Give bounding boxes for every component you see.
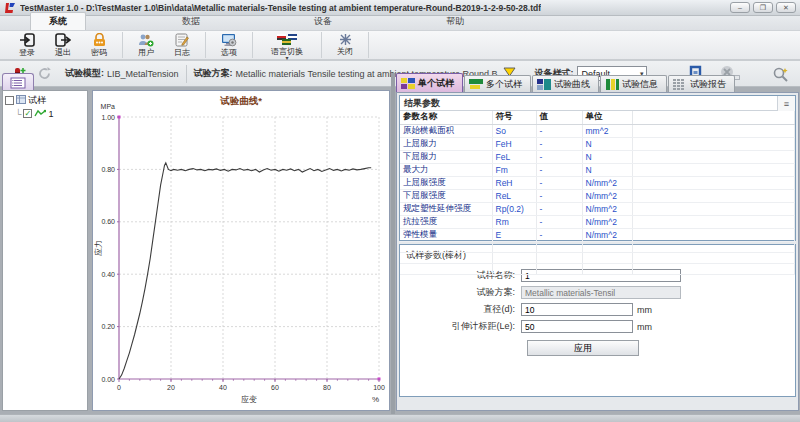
test-curve-tab-icon xyxy=(537,79,551,90)
multi-specimen-tab-icon xyxy=(469,79,483,90)
cell-symbol: Rm xyxy=(492,215,536,228)
tab-test-info[interactable]: 试验信息 xyxy=(600,75,667,92)
language-switch-button[interactable]: 语言切换 ▾ xyxy=(258,32,316,58)
status-bar xyxy=(0,414,800,422)
curve-item-icon xyxy=(34,109,46,119)
table-row-empty[interactable] xyxy=(400,263,795,274)
table-row[interactable]: 原始横截面积So-mm^2 xyxy=(400,124,795,137)
login-button[interactable]: 登录 xyxy=(9,32,45,58)
gauge-length-input[interactable] xyxy=(521,320,633,333)
tree-root-specimen[interactable]: 试样 xyxy=(5,94,85,107)
close-app-icon xyxy=(339,33,352,46)
table-row[interactable]: 最大力Fm-N xyxy=(400,163,795,176)
tab-test-curve[interactable]: 试验曲线 xyxy=(532,75,599,92)
app-window: TestMaster 1.0 - D:\TestMaster 1.0\Bin\d… xyxy=(0,0,800,422)
cell-unit: mm^2 xyxy=(582,124,632,137)
table-row[interactable]: 下屈服强度ReL-N/mm^2 xyxy=(400,189,795,202)
table-row[interactable]: 规定塑性延伸强度Rp(0.2)-N/mm^2 xyxy=(400,202,795,215)
gauge-length-label: 引伸计标距(Le): xyxy=(406,320,521,333)
menu-tab-system[interactable]: 系统 xyxy=(30,12,86,30)
col-symbol: 符号 xyxy=(492,111,536,124)
svg-text:试验曲线*: 试验曲线* xyxy=(219,95,262,106)
table-row-empty[interactable] xyxy=(400,252,795,263)
cell-symbol: Fm xyxy=(492,163,536,176)
table-row[interactable]: 抗拉强度Rm-N/mm^2 xyxy=(400,215,795,228)
diameter-label: 直径(d): xyxy=(406,303,521,316)
cell-symbol: E xyxy=(492,228,536,241)
test-curve-chart-panel: 0.000.200.400.600.801.00020406080100试验曲线… xyxy=(92,90,390,411)
svg-text:0.40: 0.40 xyxy=(101,271,115,278)
cell-unit: N xyxy=(582,163,632,176)
panel-splitter[interactable] xyxy=(391,73,395,414)
svg-text:20: 20 xyxy=(167,384,175,391)
table-row[interactable]: 下屈服力FeL-N xyxy=(400,150,795,163)
cell-filler xyxy=(632,163,795,176)
close-app-button[interactable]: 关闭 xyxy=(327,32,363,58)
apply-button[interactable]: 应用 xyxy=(527,340,639,356)
list-icon xyxy=(10,77,26,89)
cell-unit xyxy=(582,263,632,274)
tab-test-report-label: 试验报告 xyxy=(690,78,726,91)
diameter-input[interactable] xyxy=(521,303,633,316)
cell-value: - xyxy=(536,124,582,137)
tab-single-specimen-label: 单个试样 xyxy=(418,77,454,90)
cell-symbol: ReH xyxy=(492,176,536,189)
window-title: TestMaster 1.0 - D:\TestMaster 1.0\Bin\d… xyxy=(20,3,541,13)
table-row[interactable]: 弹性模量E-N/mm^2 xyxy=(400,228,795,241)
test-scheme-form-label: 试验方案: xyxy=(406,286,521,299)
tree-root-label: 试样 xyxy=(28,94,46,107)
ribbon-group-language: 语言切换 ▾ xyxy=(253,32,322,58)
cell-symbol: FeH xyxy=(492,137,536,150)
tab-test-report[interactable]: 试验报告 xyxy=(668,75,735,92)
stress-strain-chart: 0.000.200.400.600.801.00020406080100试验曲线… xyxy=(93,91,389,415)
svg-text:0: 0 xyxy=(117,384,121,391)
specimen-folder-icon xyxy=(16,95,26,106)
options-button[interactable]: 选项 xyxy=(211,32,247,58)
cell-value: - xyxy=(536,228,582,241)
single-specimen-tab-icon xyxy=(401,78,415,89)
cell-name: 下屈服力 xyxy=(400,150,492,163)
logout-button[interactable]: 退出 xyxy=(45,32,81,58)
menu-tab-data[interactable]: 数据 xyxy=(164,13,218,30)
cell-symbol: Rp(0.2) xyxy=(492,202,536,215)
tab-test-info-label: 试验信息 xyxy=(622,78,658,91)
options-icon xyxy=(221,33,237,47)
title-bar: TestMaster 1.0 - D:\TestMaster 1.0\Bin\d… xyxy=(0,0,800,16)
password-icon xyxy=(92,33,107,47)
cell-symbol: ReL xyxy=(492,189,536,202)
cell-name: 弹性模量 xyxy=(400,228,492,241)
close-button[interactable]: ✕ xyxy=(776,2,796,13)
table-row[interactable]: 上屈服力FeH-N xyxy=(400,137,795,150)
menu-tab-help[interactable]: 帮助 xyxy=(428,13,482,30)
password-button[interactable]: 密码 xyxy=(81,32,117,58)
logout-label: 退出 xyxy=(55,47,71,58)
tab-multi-specimen[interactable]: 多个试样 xyxy=(464,75,531,92)
cell-name: 上屈服强度 xyxy=(400,176,492,189)
cell-symbol xyxy=(492,241,536,252)
ribbon-group-session: 登录 退出 密码 xyxy=(4,32,123,58)
table-row[interactable]: 上屈服强度ReH-N/mm^2 xyxy=(400,176,795,189)
minimize-button[interactable]: – xyxy=(730,2,750,13)
specimen-list-tab[interactable] xyxy=(2,73,34,91)
results-menu-button[interactable]: ≡ xyxy=(777,96,795,111)
cell-unit: N xyxy=(582,150,632,163)
table-row-empty[interactable] xyxy=(400,241,795,252)
cell-unit: N/mm^2 xyxy=(582,202,632,215)
cell-symbol: So xyxy=(492,124,536,137)
cell-filler xyxy=(632,202,795,215)
tab-single-specimen[interactable]: 单个试样 xyxy=(396,73,463,92)
cell-filler xyxy=(632,176,795,189)
users-button[interactable]: 用户 xyxy=(128,32,164,58)
cell-filler xyxy=(632,228,795,241)
svg-text:MPa: MPa xyxy=(101,103,116,110)
test-info-tab-icon xyxy=(605,79,619,90)
menu-tab-device[interactable]: 设备 xyxy=(296,13,350,30)
log-button[interactable]: 日志 xyxy=(164,32,200,58)
tree-item-specimen-1[interactable]: └ ✓ 1 xyxy=(5,107,85,120)
diameter-row: 直径(d): mm xyxy=(406,302,789,317)
specimen-1-checkbox[interactable]: ✓ xyxy=(23,109,32,118)
gauge-length-unit: mm xyxy=(637,322,652,332)
maximize-button[interactable]: ❐ xyxy=(753,2,773,13)
root-checkbox[interactable] xyxy=(5,96,14,105)
password-label: 密码 xyxy=(91,47,107,58)
